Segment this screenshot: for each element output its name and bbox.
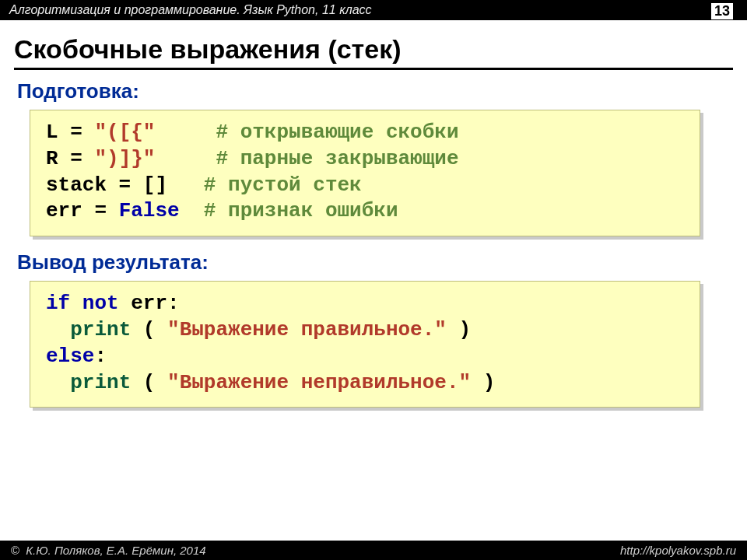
code-box-prep: L = "([{" # открывающие скобки R = ")]}"… xyxy=(30,110,700,236)
code-token: err xyxy=(46,199,82,222)
code-token: ( xyxy=(131,318,167,341)
code-token: R xyxy=(46,147,58,170)
footer-copyright: © К.Ю. Поляков, Е.А. Ерёмин, 2014 xyxy=(11,544,206,557)
course-title: Алгоритмизация и программирование. Язык … xyxy=(9,3,372,17)
code-token: = xyxy=(58,121,95,144)
code-token: = xyxy=(82,199,119,222)
code-token: err: xyxy=(119,292,180,315)
code-token: [] xyxy=(143,173,167,197)
code-indent xyxy=(46,371,70,394)
code-token: ) xyxy=(447,318,471,341)
code-comment: # парные закрывающие xyxy=(216,147,458,170)
code-box-output: if not err: print ( "Выражение правильно… xyxy=(30,281,700,408)
code-token: L xyxy=(46,121,58,144)
code-comment: # пустой стек xyxy=(204,173,362,197)
section-label-output: Вывод результата: xyxy=(17,250,747,275)
copyright-icon: © xyxy=(11,544,19,557)
copyright-text: К.Ю. Поляков, Е.А. Ерёмин, 2014 xyxy=(23,544,206,557)
code-token: = xyxy=(107,173,143,197)
page-number: 13 xyxy=(711,3,733,19)
code-keyword: if xyxy=(46,292,70,315)
code-func: print xyxy=(70,318,131,341)
code-token: stack xyxy=(46,173,107,197)
code-pad xyxy=(180,199,204,222)
code-comment: # признак ошибки xyxy=(204,199,398,222)
code-string: "Выражение правильное." xyxy=(167,318,447,341)
code-token: ( xyxy=(131,371,167,394)
code-string: ")]}" xyxy=(94,147,155,170)
title-rule xyxy=(14,68,733,70)
footer-url: http://kpolyakov.spb.ru xyxy=(620,544,736,557)
code-string: "([{" xyxy=(94,121,155,144)
footer-band: © К.Ю. Поляков, Е.А. Ерёмин, 2014 http:/… xyxy=(0,541,747,560)
section-label-prep: Подготовка: xyxy=(17,79,747,103)
code-token: : xyxy=(94,345,107,368)
header-band: Алгоритмизация и программирование. Язык … xyxy=(0,0,747,20)
code-comment: # открывающие скобки xyxy=(216,121,458,144)
code-token: ) xyxy=(471,371,495,394)
code-keyword: else xyxy=(46,345,94,368)
code-pad xyxy=(167,173,204,197)
code-keyword: not xyxy=(70,292,118,315)
code-string: "Выражение неправильное." xyxy=(167,371,471,394)
slide-title: Скобочные выражения (стек) xyxy=(14,34,747,65)
code-pad xyxy=(155,121,216,144)
code-indent xyxy=(46,318,70,341)
code-keyword: False xyxy=(119,199,180,222)
code-func: print xyxy=(70,371,131,394)
code-token: = xyxy=(58,147,95,170)
code-pad xyxy=(155,147,216,170)
